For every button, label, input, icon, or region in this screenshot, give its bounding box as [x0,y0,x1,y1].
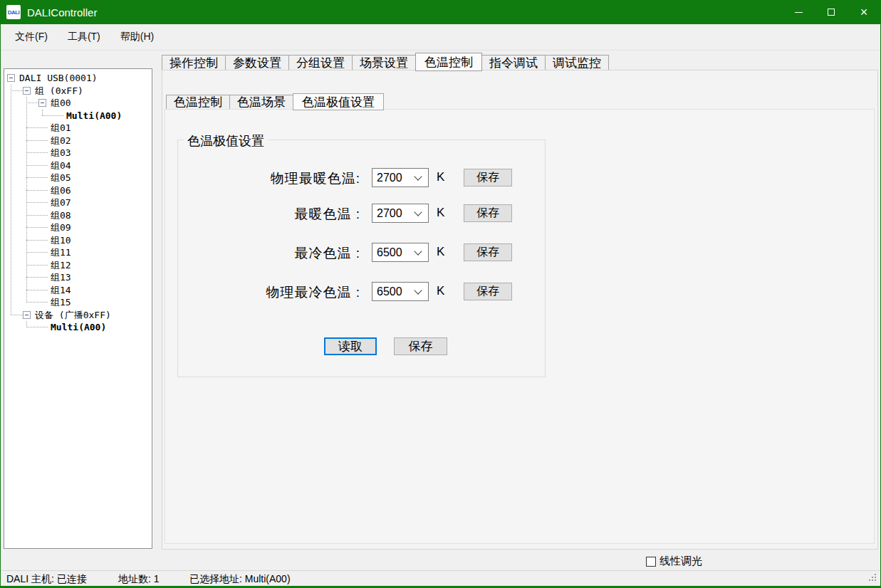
temp-combo-1[interactable]: 2700 [372,204,429,223]
tree-connector [26,202,48,203]
tree-connector [26,290,48,290]
linear-dimming-option: 线性调光 [646,555,702,568]
save-all-button[interactable]: 保存 [394,337,447,355]
main-tab-4[interactable]: 色温控制 [415,53,482,71]
tree-guide [11,85,11,315]
main-tab-0[interactable]: 操作控制 [162,55,226,70]
tree-item-label: 组12 [51,259,71,272]
sub-tab-2[interactable]: 色温极值设置 [293,93,384,110]
unit-label-2: K [437,245,444,259]
unit-label-0: K [437,170,444,184]
tree-item-label: 组10 [51,234,71,247]
save-button-3[interactable]: 保存 [464,283,512,300]
maximize-button[interactable] [815,0,848,24]
tree-item-label: 组01 [51,122,71,135]
tree-item-label: 组08 [51,209,71,222]
temp-combo-0[interactable]: 2700 [372,168,429,187]
main-tab-6[interactable]: 调试监控 [545,55,609,70]
main-tab-5[interactable]: 指令调试 [481,55,546,70]
minus-glyph [25,315,28,315]
main-tab-1[interactable]: 参数设置 [225,55,289,70]
linear-dimming-checkbox[interactable] [646,557,656,567]
tree-item-label: 组06 [51,184,71,197]
chevron-down-icon [414,247,422,255]
statusbar: DALI 主机: 已连接地址数: 1已选择地址: Multi(A00) [1,570,880,586]
color-temp-limits-groupbox: 色温极值设置 物理最暖色温:2700K保存最暖色温 :2700K保存最冷色温 :… [177,140,546,377]
tree-item[interactable]: DALI USB(0001) [4,72,152,85]
minus-glyph [41,103,44,103]
window-title: DALIController [27,6,97,19]
menu-item-1[interactable]: 工具(T) [58,25,110,49]
close-button[interactable]: × [848,0,880,24]
tree-connector [26,103,38,103]
app-logo-icon: DALI [6,5,21,19]
tree-connector [42,115,63,116]
menu-item-0[interactable]: 文件(F) [5,25,58,49]
tree-guide [26,321,27,327]
tree-item-label: 组00 [51,97,71,110]
tree-item-label: 组 (0xFF) [35,85,83,98]
tree-guide [42,110,43,116]
maximize-icon [828,9,835,16]
main-tabstrip: 操作控制参数设置分组设置场景设置色温控制指令调试调试监控 [162,52,609,70]
tree-item-label: 组03 [51,147,71,159]
save-button-2[interactable]: 保存 [464,243,512,261]
tree-connector [26,277,48,278]
tree-item-label: 组15 [51,296,71,309]
sub-tab-0[interactable]: 色温控制 [166,95,230,110]
field-label-0: 物理最暖色温: [182,169,360,188]
tree-item-label: 组04 [51,159,71,172]
tree-item-label: 组07 [51,196,71,209]
tree-expander-icon[interactable] [7,74,15,82]
tree-item-label: 设备 (广播0xFF) [35,309,111,322]
field-label-2: 最冷色温 : [182,244,360,263]
tree-item-label: Multi(A00) [51,321,106,334]
tree-connector [26,190,48,191]
tree-item-label: 组05 [51,172,71,184]
resize-grip-icon[interactable] [875,579,876,581]
temp-combo-3[interactable]: 6500 [372,282,429,301]
tree-item[interactable]: 设备 (广播0xFF) [4,309,152,322]
tree-connector [26,227,48,228]
tree-item-label: DALI USB(0001) [19,72,98,85]
tree-connector [26,240,48,241]
tree-expander-icon[interactable] [23,311,31,319]
status-item-0: DALI 主机: 已连接 [6,573,87,586]
tree-item-label: 组13 [51,271,71,284]
sub-tabstrip: 色温控制色温场景色温极值设置 [166,93,384,110]
temp-combo-2[interactable]: 6500 [372,243,429,262]
tree-item[interactable]: 组 (0xFF) [4,85,152,98]
menu-item-2[interactable]: 帮助(H) [110,25,164,49]
field-label-1: 最暖色温 : [182,205,360,224]
tree-item-label: 组09 [51,221,71,234]
tree-connector [11,90,23,91]
menubar: 文件(F)工具(T)帮助(H) [1,24,880,51]
combo-value-1: 2700 [377,207,415,220]
status-item-1: 地址数: 1 [118,573,160,586]
tree-item-label: Multi(A00) [66,110,122,122]
tree-item-label: 组14 [51,284,71,297]
tree-item-label: 组02 [51,135,71,147]
tree-connector [26,252,48,253]
status-item-2: 已选择地址: Multi(A00) [189,573,291,586]
tree-expander-icon[interactable] [23,87,31,95]
sub-tab-1[interactable]: 色温场景 [229,95,293,110]
tree-connector [11,315,23,315]
minimize-icon [795,12,803,13]
main-tab-3[interactable]: 场景设置 [352,55,416,70]
chevron-down-icon [414,172,422,180]
tree-connector [26,152,48,153]
tree-connector [26,265,48,266]
save-button-0[interactable]: 保存 [464,169,512,187]
combo-value-3: 6500 [377,285,415,298]
main-tab-2[interactable]: 分组设置 [288,55,353,70]
save-button-1[interactable]: 保存 [464,204,512,222]
minimize-button[interactable] [782,0,815,24]
tree-connector [26,327,48,327]
chevron-down-icon [414,208,422,216]
groupbox-title: 色温极值设置 [184,132,268,149]
read-button[interactable]: 读取 [324,337,377,355]
titlebar: DALI DALIController × [1,0,880,24]
tree-connector [26,127,48,128]
tree-expander-icon[interactable] [38,99,46,107]
